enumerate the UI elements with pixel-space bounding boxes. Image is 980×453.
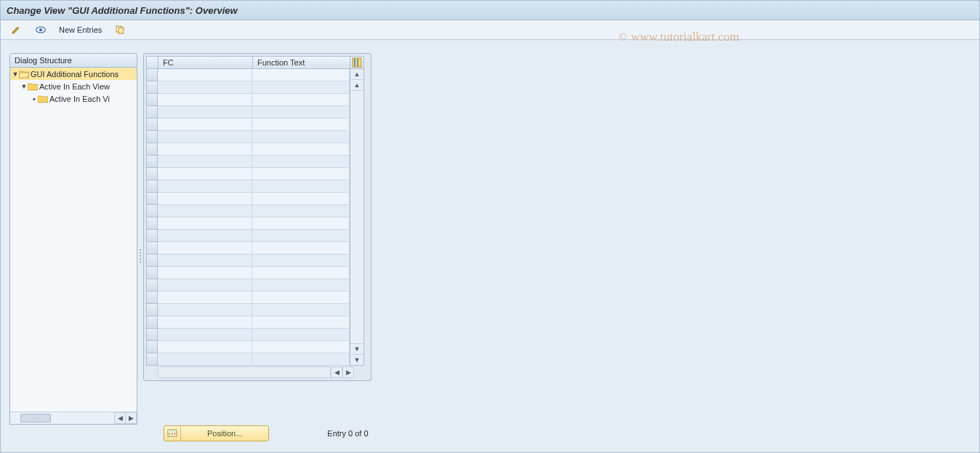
table-row[interactable] xyxy=(146,353,369,366)
scroll-down-icon[interactable]: ▼ xyxy=(350,354,364,365)
scrollbar-thumb[interactable]: ··· xyxy=(20,414,51,422)
row-selector[interactable] xyxy=(146,242,158,254)
cell-function-text[interactable] xyxy=(252,119,350,131)
cell-function-text[interactable] xyxy=(252,131,350,143)
tree-item-gui-additional-functions[interactable]: ▼ GUI Additional Functions xyxy=(10,68,137,80)
grid-select-all[interactable] xyxy=(146,56,158,69)
position-button[interactable]: Position... xyxy=(164,425,269,441)
row-selector[interactable] xyxy=(146,292,158,304)
row-selector[interactable] xyxy=(146,143,158,156)
row-selector[interactable] xyxy=(146,94,158,106)
cell-function-text[interactable] xyxy=(252,242,350,254)
other-view-icon[interactable] xyxy=(30,22,52,38)
cell-function-text[interactable] xyxy=(252,304,350,316)
tree-item-active-in-each-view[interactable]: ▼ Active In Each View xyxy=(10,80,137,92)
grid-configure-icon[interactable] xyxy=(350,56,364,69)
tree-item-active-in-each-view-leaf[interactable]: • Active In Each Vi xyxy=(10,92,137,105)
cell-fc[interactable] xyxy=(158,304,252,316)
cell-fc[interactable] xyxy=(158,316,252,329)
scrollbar-track[interactable] xyxy=(158,366,331,378)
table-row[interactable]: ▲▲▼▼ xyxy=(146,69,369,81)
cell-function-text[interactable] xyxy=(252,94,350,106)
splitter-handle[interactable] xyxy=(139,53,142,444)
table-row[interactable] xyxy=(146,193,369,205)
cell-function-text[interactable] xyxy=(252,81,350,94)
cell-function-text[interactable] xyxy=(252,69,350,81)
cell-fc[interactable] xyxy=(158,180,252,193)
cell-fc[interactable] xyxy=(158,69,252,81)
data-grid[interactable]: FC Function Text ▲▲▼▼ ◀ ▶ xyxy=(143,53,371,381)
new-entries-button[interactable]: New Entries xyxy=(59,25,102,34)
row-selector[interactable] xyxy=(146,81,158,94)
table-row[interactable] xyxy=(146,254,369,267)
grid-v-scrollbar[interactable]: ▲▲▼▼ xyxy=(350,69,364,366)
cell-function-text[interactable] xyxy=(252,292,350,304)
expand-icon[interactable]: ▼ xyxy=(20,83,28,90)
table-row[interactable] xyxy=(146,292,369,304)
cell-fc[interactable] xyxy=(158,329,252,341)
cell-function-text[interactable] xyxy=(252,279,350,292)
table-row[interactable] xyxy=(146,106,369,119)
row-selector[interactable] xyxy=(146,254,158,267)
row-selector[interactable] xyxy=(146,217,158,230)
cell-function-text[interactable] xyxy=(252,353,350,366)
cell-fc[interactable] xyxy=(158,156,252,168)
table-row[interactable] xyxy=(146,119,369,131)
cell-fc[interactable] xyxy=(158,168,252,180)
cell-function-text[interactable] xyxy=(252,180,350,193)
row-selector[interactable] xyxy=(146,180,158,193)
cell-function-text[interactable] xyxy=(252,267,350,279)
row-selector[interactable] xyxy=(146,341,158,353)
row-selector[interactable] xyxy=(146,230,158,242)
table-row[interactable] xyxy=(146,267,369,279)
row-selector[interactable] xyxy=(146,193,158,205)
cell-function-text[interactable] xyxy=(252,143,350,156)
table-row[interactable] xyxy=(146,230,369,242)
cell-fc[interactable] xyxy=(158,341,252,353)
cell-fc[interactable] xyxy=(158,217,252,230)
table-row[interactable] xyxy=(146,242,369,254)
cell-function-text[interactable] xyxy=(252,193,350,205)
cell-fc[interactable] xyxy=(158,143,252,156)
cell-function-text[interactable] xyxy=(252,341,350,353)
table-row[interactable] xyxy=(146,205,369,217)
row-selector[interactable] xyxy=(146,69,158,81)
row-selector[interactable] xyxy=(146,316,158,329)
table-row[interactable] xyxy=(146,94,369,106)
cell-fc[interactable] xyxy=(158,119,252,131)
cell-fc[interactable] xyxy=(158,131,252,143)
copy-as-icon[interactable] xyxy=(109,22,131,38)
cell-function-text[interactable] xyxy=(252,329,350,341)
cell-function-text[interactable] xyxy=(252,106,350,119)
cell-fc[interactable] xyxy=(158,292,252,304)
cell-function-text[interactable] xyxy=(252,205,350,217)
table-row[interactable] xyxy=(146,304,369,316)
cell-function-text[interactable] xyxy=(252,316,350,329)
row-selector[interactable] xyxy=(146,168,158,180)
row-selector[interactable] xyxy=(146,353,158,366)
cell-fc[interactable] xyxy=(158,193,252,205)
grid-col-function-text[interactable]: Function Text xyxy=(252,56,350,69)
table-row[interactable] xyxy=(146,217,369,230)
scroll-right-icon[interactable]: ▶ xyxy=(126,412,137,424)
table-row[interactable] xyxy=(146,341,369,353)
scroll-up-icon[interactable]: ▲ xyxy=(350,80,364,91)
toggle-change-icon[interactable] xyxy=(5,22,27,38)
cell-fc[interactable] xyxy=(158,81,252,94)
table-row[interactable] xyxy=(146,168,369,180)
cell-fc[interactable] xyxy=(158,254,252,267)
table-row[interactable] xyxy=(146,81,369,94)
row-selector[interactable] xyxy=(146,267,158,279)
cell-fc[interactable] xyxy=(158,242,252,254)
table-row[interactable] xyxy=(146,180,369,193)
cell-fc[interactable] xyxy=(158,94,252,106)
expand-icon[interactable]: ▼ xyxy=(12,71,19,78)
cell-fc[interactable] xyxy=(158,279,252,292)
cell-function-text[interactable] xyxy=(252,230,350,242)
scroll-down-icon[interactable]: ▼ xyxy=(350,343,364,354)
dialog-structure-tree[interactable]: ▼ GUI Additional Functions ▼ Active In E… xyxy=(9,68,137,425)
row-selector[interactable] xyxy=(146,279,158,292)
cell-function-text[interactable] xyxy=(252,168,350,180)
row-selector[interactable] xyxy=(146,119,158,131)
cell-fc[interactable] xyxy=(158,353,252,366)
